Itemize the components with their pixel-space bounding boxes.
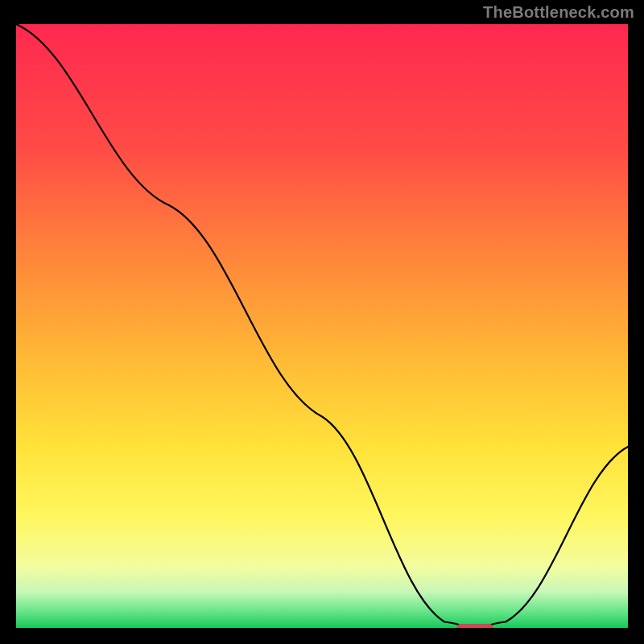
bottleneck-curve: [16, 24, 628, 628]
attribution-watermark: TheBottleneck.com: [483, 3, 634, 22]
optimal-marker: [456, 624, 493, 628]
chart-container: TheBottleneck.com: [0, 0, 644, 644]
plot-area: [16, 24, 628, 628]
